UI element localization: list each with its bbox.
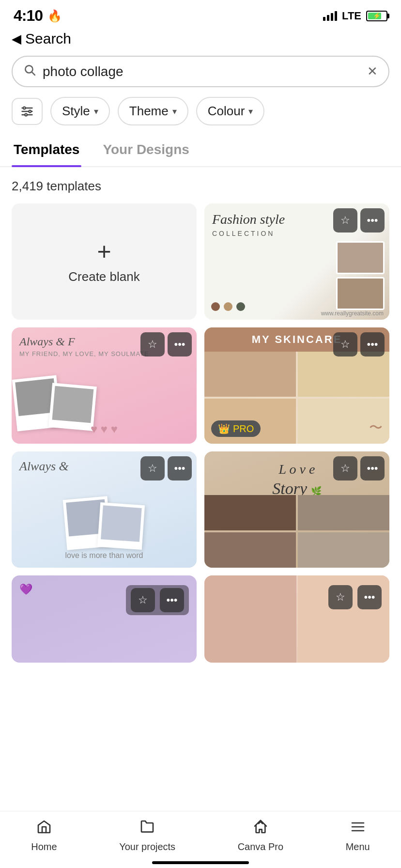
more-options-button[interactable]: ••• [360, 332, 385, 356]
style-chevron-icon: ▾ [94, 106, 98, 117]
card-actions: ☆ ••• [333, 208, 385, 232]
love-photos [204, 495, 389, 568]
tab-templates[interactable]: Templates [12, 135, 81, 166]
pro-label: PRO [233, 423, 254, 434]
more-options-button[interactable]: ••• [357, 585, 382, 609]
svg-line-1 [32, 72, 34, 75]
style-filter-label: Style [62, 104, 90, 119]
tab-bar: Templates Your Designs [0, 135, 401, 167]
card-actions: ☆ ••• [126, 585, 189, 615]
card-tagline: love is more than word [65, 551, 143, 560]
tab-your-designs[interactable]: Your Designs [101, 135, 191, 166]
back-arrow-icon: ◀ [12, 31, 21, 46]
fashion-photo-1 [336, 241, 385, 274]
create-blank-button[interactable]: + Create blank [12, 203, 197, 320]
back-navigation[interactable]: ◀ Search [0, 29, 401, 53]
favorite-button[interactable]: ☆ [333, 332, 357, 356]
love-title: L o v e Story 🌿 [272, 459, 321, 500]
website-label: www.reallygreatsite.com [321, 310, 384, 317]
more-options-button[interactable]: ••• [160, 588, 184, 612]
more-options-button[interactable]: ••• [168, 456, 192, 480]
filter-bar: Style ▾ Theme ▾ Colour ▾ [0, 97, 401, 135]
template-card-love-story[interactable]: L o v e Story 🌿 ☆ ••• [204, 451, 389, 568]
colour-filter-button[interactable]: Colour ▾ [196, 97, 265, 125]
plus-icon: + [97, 239, 111, 264]
menu-label: Menu [346, 841, 370, 852]
filter-options-button[interactable] [12, 98, 43, 125]
templates-grid: + Create blank Fashion style COLLECTION … [0, 203, 401, 721]
favorite-button[interactable]: ☆ [328, 585, 353, 609]
signal-icon [323, 11, 337, 21]
nav-home[interactable]: Home [31, 819, 57, 852]
template-card-skincare[interactable]: MY SKINCARE 〜 👑 PRO ☆ ••• [204, 327, 389, 444]
flame-icon: 🔥 [47, 9, 62, 23]
theme-filter-label: Theme [129, 104, 169, 119]
template-card-peach[interactable]: ☆ ••• [204, 575, 389, 663]
bottom-navigation: Home Your projects Canva Pro Menu [0, 811, 401, 868]
card-actions: ☆ ••• [333, 456, 385, 480]
status-bar: 4:10 🔥 LTE ⚡ [0, 0, 401, 29]
card-title: Always & [19, 459, 69, 474]
more-options-button[interactable]: ••• [360, 456, 385, 480]
color-swatches [211, 302, 245, 311]
svg-point-0 [25, 65, 32, 73]
projects-icon [139, 819, 155, 838]
theme-chevron-icon: ▾ [172, 106, 177, 117]
home-icon [36, 819, 52, 838]
clear-search-icon[interactable]: ✕ [367, 64, 378, 79]
svg-point-5 [23, 107, 26, 109]
search-input[interactable]: photo collage [43, 64, 360, 79]
more-options-button[interactable]: ••• [360, 208, 385, 232]
card-actions: ☆ ••• [140, 332, 192, 356]
lte-label: LTE [342, 10, 361, 22]
nav-canvapro[interactable]: Canva Pro [238, 819, 284, 852]
svg-point-6 [29, 110, 31, 112]
fashion-photo-2 [336, 277, 385, 310]
template-card-always-blue[interactable]: Always & love is more than word ☆ ••• [12, 451, 197, 568]
template-card-fashion[interactable]: Fashion style COLLECTION www.reallygreat… [204, 203, 389, 320]
projects-label: Your projects [119, 841, 175, 852]
home-indicator [152, 861, 249, 864]
theme-filter-button[interactable]: Theme ▾ [118, 97, 188, 125]
pro-badge: 👑 PRO [211, 420, 261, 437]
favorite-button[interactable]: ☆ [333, 456, 357, 480]
home-label: Home [31, 841, 57, 852]
crown-icon: 👑 [218, 423, 230, 434]
card-actions: ☆ ••• [140, 456, 192, 480]
favorite-button[interactable]: ☆ [333, 208, 357, 232]
back-label: Search [25, 31, 71, 47]
svg-point-7 [25, 113, 27, 116]
template-count: 2,419 templates [0, 179, 401, 203]
card-decoration: 💜 [19, 583, 32, 596]
favorite-button[interactable]: ☆ [140, 332, 165, 356]
status-icons: LTE ⚡ [323, 10, 387, 22]
status-time: 4:10 [14, 7, 43, 25]
nav-projects[interactable]: Your projects [119, 819, 175, 852]
search-icon [23, 63, 36, 79]
card-actions: ☆ ••• [328, 585, 382, 609]
template-card-always-pink[interactable]: Always & F MY FRIEND, MY LOVE, MY SOULMA… [12, 327, 197, 444]
polaroid-2 [97, 502, 145, 550]
bolt-icon: ⚡ [373, 12, 381, 19]
favorite-button[interactable]: ☆ [140, 456, 165, 480]
favorite-button[interactable]: ☆ [131, 588, 155, 612]
card-actions: ☆ ••• [333, 332, 385, 356]
more-options-button[interactable]: ••• [168, 332, 192, 356]
colour-chevron-icon: ▾ [248, 106, 253, 117]
wave-decoration: 〜 [369, 418, 383, 437]
style-filter-button[interactable]: Style ▾ [50, 97, 110, 125]
battery-icon: ⚡ [366, 11, 387, 21]
nav-menu[interactable]: Menu [346, 819, 370, 852]
polaroid-photo-2 [48, 383, 97, 431]
menu-icon [350, 819, 366, 838]
create-blank-label: Create blank [68, 269, 139, 284]
template-card-purple[interactable]: 💜 ☆ ••• [12, 575, 197, 663]
search-bar[interactable]: photo collage ✕ [12, 56, 389, 87]
colour-filter-label: Colour [208, 104, 245, 119]
canvapro-icon [253, 819, 268, 838]
canvapro-label: Canva Pro [238, 841, 284, 852]
